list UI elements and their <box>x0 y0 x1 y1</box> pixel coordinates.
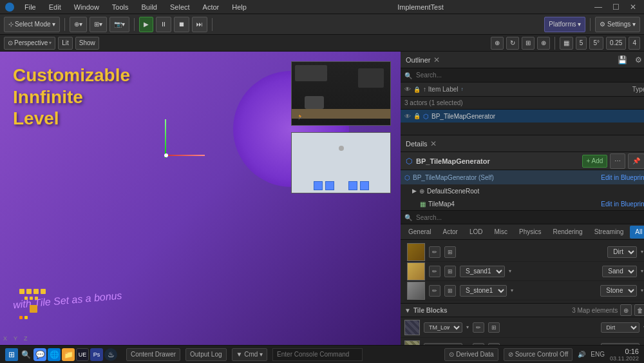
show-button[interactable]: Show <box>75 37 99 50</box>
explorer-icon[interactable]: 📁 <box>62 348 75 361</box>
actor-self-row[interactable]: ⬡ BP_TileMapGenerator (Self) Edit in Blu… <box>401 170 644 184</box>
tb-edit-2[interactable]: ✏ <box>473 343 484 346</box>
world-local[interactable]: ⊕ <box>537 37 550 50</box>
window-controls: — ☐ ✕ <box>592 3 639 12</box>
step-button[interactable]: ⏭ <box>192 17 207 32</box>
menu-tools[interactable]: Tools <box>109 3 131 11</box>
tilemap4-row[interactable]: ▦ TileMap4 Edit in Blueprint <box>401 197 644 210</box>
outliner-search-input[interactable] <box>401 68 644 83</box>
menu-actor[interactable]: Actor <box>200 3 222 11</box>
outliner-save-icon[interactable]: 💾 <box>615 55 630 64</box>
transform-button[interactable]: ⊕▾ <box>70 17 87 32</box>
outliner-close[interactable]: ✕ <box>433 55 440 64</box>
details-pin-button[interactable]: 📌 <box>628 153 644 169</box>
tile-edit-icon-2[interactable]: ✏ <box>429 266 440 277</box>
tb-copy-2[interactable]: ⊞ <box>488 343 500 346</box>
angle-5[interactable]: 5° <box>589 37 603 50</box>
platform-tile-2 <box>325 181 334 190</box>
tab-physics[interactable]: Physics <box>514 226 546 239</box>
select-mode-button[interactable]: ⊹ Select Mode ▾ <box>4 17 60 32</box>
coord-y: Y <box>14 335 17 342</box>
tile-blocks-delete-btn[interactable]: 🗑 <box>634 304 644 316</box>
grid-btn-1[interactable]: ▦ <box>560 37 573 50</box>
details-tabs-bar: General Actor LOD Misc Physics Rendering… <box>401 224 644 240</box>
tile-block-material-1[interactable]: Dirt <box>601 322 639 333</box>
edge-icon[interactable]: 🌐 <box>48 348 61 361</box>
details-tab[interactable]: Details ✕ <box>406 139 437 148</box>
menu-help[interactable]: Help <box>229 3 249 11</box>
scale-widget[interactable]: ⊞ <box>522 37 535 50</box>
cmd-button[interactable]: ▼ Cmd ▾ <box>232 348 268 361</box>
grid-size-5[interactable]: 5 <box>576 37 587 50</box>
outliner-settings-icon[interactable]: ⚙ <box>632 55 644 64</box>
tile-copy-icon-2[interactable]: ⊞ <box>444 266 456 277</box>
grid-4[interactable]: 4 <box>629 37 640 50</box>
tile-copy-icon-1[interactable]: ⊞ <box>444 246 456 258</box>
default-scene-root-row[interactable]: ▶ ⊕ DefaultSceneRoot <box>401 184 644 197</box>
close-button[interactable]: ✕ <box>627 3 639 12</box>
outliner-tab[interactable]: Outliner ✕ <box>406 55 440 64</box>
tile-name-stone-select[interactable]: S_stone1 <box>460 285 507 297</box>
tile-edit-icon-3[interactable]: ✏ <box>429 285 440 297</box>
tile-block-name-1[interactable]: TM_LowDi ▾ <box>424 322 462 333</box>
tb-copy-1[interactable]: ⊞ <box>488 322 500 333</box>
tile-material-sand-select[interactable]: Sand <box>602 266 637 277</box>
tile-material-stone-select[interactable]: Stone <box>600 285 637 297</box>
chat-icon[interactable]: 💬 <box>33 348 46 361</box>
transform-widget[interactable]: ⊕ <box>491 37 504 50</box>
camera-button[interactable]: 📷▾ <box>109 17 129 32</box>
menu-file[interactable]: File <box>22 3 39 11</box>
perspective-button[interactable]: ⊙ Perspective ▾ <box>4 37 55 50</box>
play-button[interactable]: ▶ <box>139 17 153 32</box>
tile-copy-icon-3[interactable]: ⊞ <box>444 285 456 297</box>
tile-block-material-2[interactable]: Sand <box>601 343 639 346</box>
tile-block-name-2[interactable]: TM_LowSa ▾ <box>424 343 462 346</box>
console-input[interactable] <box>272 348 363 361</box>
minimize-button[interactable]: — <box>592 3 605 12</box>
scale-025[interactable]: 0.25 <box>606 37 626 50</box>
details-close[interactable]: ✕ <box>430 139 437 148</box>
tab-streaming[interactable]: Streaming <box>589 226 629 239</box>
menu-edit[interactable]: Edit <box>46 3 64 11</box>
tab-misc[interactable]: Misc <box>489 226 513 239</box>
viewport[interactable]: Customizable Innfinite Level with Tile S… <box>0 52 401 345</box>
snap-button[interactable]: ⊞▾ <box>90 17 107 32</box>
ue-taskbar-icon[interactable]: UE <box>76 348 89 361</box>
tile-name-sand-select[interactable]: S_sand1 <box>460 266 505 277</box>
tab-lod[interactable]: LOD <box>464 226 488 239</box>
derived-data-button[interactable]: ⊙ Derived Data <box>444 348 498 361</box>
edit-blueprint-link-2[interactable]: Edit in Blueprint <box>601 201 644 208</box>
tab-actor[interactable]: Actor <box>438 226 463 239</box>
outliner-item[interactable]: 👁 🔒 ⬡ BP_TileMapGenerator <box>401 110 644 123</box>
add-component-button[interactable]: + Add <box>582 155 608 168</box>
tab-all[interactable]: All <box>630 226 644 239</box>
tab-general[interactable]: General <box>403 226 437 239</box>
windows-icon[interactable]: ⊞ <box>5 348 18 361</box>
search-taskbar-icon[interactable]: 🔍 <box>19 348 32 361</box>
platforms-button[interactable]: Platforms ▾ <box>544 17 585 32</box>
maximize-button[interactable]: ☐ <box>610 3 622 12</box>
menu-window[interactable]: Window <box>71 3 102 11</box>
pause-button[interactable]: ⏸ <box>156 17 171 32</box>
output-log-button[interactable]: Output Log <box>185 348 226 361</box>
details-options-button[interactable]: ⋯ <box>610 153 625 169</box>
steam-icon[interactable]: ♨ <box>104 348 117 361</box>
tile-material-dirt-select[interactable]: Dirt <box>607 246 637 258</box>
edit-blueprint-link-1[interactable]: Edit in Blueprint <box>601 174 644 181</box>
lit-button[interactable]: Lit <box>58 37 73 50</box>
tile-blocks-add-btn[interactable]: ⊕ <box>620 304 632 316</box>
stop-button[interactable]: ⏹ <box>174 17 189 32</box>
source-control-button[interactable]: ⊘ Source Control Off <box>504 348 573 361</box>
content-drawer-button[interactable]: Content Drawer <box>126 348 180 361</box>
tile-edit-icon-1[interactable]: ✏ <box>429 246 440 258</box>
tile-blocks-collapse-icon[interactable]: ▼ <box>404 307 411 314</box>
details-search-input[interactable] <box>401 210 644 224</box>
tab-rendering[interactable]: Rendering <box>548 226 588 239</box>
menu-select[interactable]: Select <box>167 3 193 11</box>
rotate-widget[interactable]: ↻ <box>506 37 519 50</box>
ps-icon[interactable]: Ps <box>90 348 103 361</box>
tb-edit-1[interactable]: ✏ <box>473 322 484 333</box>
menu-build[interactable]: Build <box>139 3 160 11</box>
settings-button[interactable]: ⚙ Settings ▾ <box>595 17 640 32</box>
volume-icon[interactable]: 🔊 <box>578 351 585 358</box>
